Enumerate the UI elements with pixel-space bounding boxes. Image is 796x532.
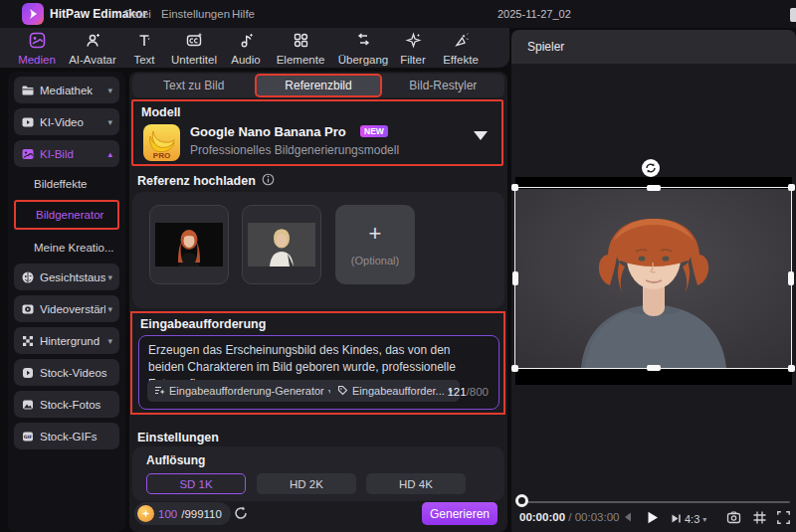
model-new-badge: NEW xyxy=(360,125,388,137)
model-banana-icon: PRO xyxy=(143,124,180,161)
image-icon xyxy=(21,147,35,161)
next-frame-icon xyxy=(671,510,682,528)
svg-text:GIF: GIF xyxy=(24,435,33,440)
prompt-section: Eingabeaufforderung Erzeugen das Erschei… xyxy=(130,311,505,415)
app-window: HitPaw Edimakor Datei Einstellungen Hilf… xyxy=(0,0,796,532)
player-panel: Spieler xyxy=(511,30,796,532)
credits-used: 100 xyxy=(158,508,177,520)
player-title: Spieler xyxy=(527,40,564,54)
generator-icon xyxy=(154,385,165,398)
handle-bottom-left[interactable] xyxy=(511,365,518,372)
title-bar: HitPaw Edimakor Datei Einstellungen Hilf… xyxy=(0,0,796,28)
handle-bottom[interactable] xyxy=(647,365,661,371)
handle-left[interactable] xyxy=(512,271,518,285)
reference-upload-card: + (Optional) xyxy=(132,192,504,308)
snapshot-camera-icon[interactable] xyxy=(726,510,741,529)
transition-icon xyxy=(355,32,372,49)
reference-header: Referenz hochladen xyxy=(137,172,275,190)
window-control-partial[interactable] xyxy=(790,8,796,22)
handle-top[interactable] xyxy=(647,185,661,191)
filter-icon xyxy=(405,32,422,49)
aspect-ratio-dropdown[interactable]: 4:3 ▾ xyxy=(671,510,706,528)
refresh-icon[interactable] xyxy=(233,505,249,525)
tag-icon xyxy=(337,385,348,398)
video-icon xyxy=(21,115,35,129)
tab-label: Elemente xyxy=(266,54,335,66)
sidebar-item-bildeffekte[interactable]: Bildeffekte xyxy=(14,172,119,196)
optional-label: (Optional) xyxy=(335,255,415,266)
folder-icon xyxy=(21,84,35,97)
sidebar: Mediathek ▾ KI-Video ▾ KI-Bild ▴ Bildeff… xyxy=(8,72,125,532)
sidebar-item-videoverstaerker[interactable]: Videoverstärk... ▾ xyxy=(14,295,119,322)
sidebar-item-stock-gifs[interactable]: GIF Stock-GIFs xyxy=(14,423,119,449)
previous-frame-icon[interactable] xyxy=(621,510,635,528)
tab-effekte[interactable]: Effekte xyxy=(426,32,496,66)
resolution-label: Auflösung xyxy=(146,453,205,467)
player-header: Spieler xyxy=(511,30,796,64)
tab-referenzbild[interactable]: Referenzbild xyxy=(255,74,381,97)
tab-bild-restyler[interactable]: Bild-Restyler xyxy=(382,74,504,97)
fullscreen-icon[interactable] xyxy=(776,510,791,529)
grid-icon[interactable] xyxy=(752,510,767,529)
audio-icon xyxy=(238,32,255,49)
media-icon xyxy=(29,32,46,49)
info-icon[interactable] xyxy=(262,172,275,190)
project-name: 2025-11-27_02 xyxy=(498,8,571,20)
settings-section-label: Einstellungen xyxy=(137,431,219,444)
current-time: 00:00:00 xyxy=(519,511,565,523)
chevron-up-icon: ▴ xyxy=(107,149,112,159)
model-section[interactable]: Modell PRO Google Nano Banana Pro NEW Pr… xyxy=(131,99,503,166)
captions-icon xyxy=(186,32,203,49)
sidebar-item-hintergrund[interactable]: Hintergrund ▾ xyxy=(14,327,119,354)
prompt-library-button[interactable]: Eingabeaufforder... ▾ xyxy=(330,380,460,402)
time-display: 00:00:00 / 00:03:00 xyxy=(519,511,619,523)
generate-button[interactable]: Generieren xyxy=(422,502,498,525)
menu-datei[interactable]: Datei xyxy=(124,8,151,20)
character-count: 121/800 xyxy=(447,386,489,398)
seek-handle[interactable] xyxy=(515,494,528,507)
ai-coin-icon xyxy=(137,505,154,522)
menu-hilfe[interactable]: Hilfe xyxy=(232,8,255,20)
chevron-down-icon: ▾ xyxy=(107,272,112,282)
stock-gifs-icon: GIF xyxy=(21,430,35,443)
add-reference-button[interactable]: + (Optional) xyxy=(335,205,415,284)
tab-text-zu-bild[interactable]: Text zu Bild xyxy=(132,74,255,97)
tab-label: Effekte xyxy=(426,54,496,66)
prompt-generator-button[interactable]: Eingabeaufforderung-Generator ▾ xyxy=(147,380,339,402)
sidebar-item-gesichtstausch[interactable]: Gesichtstausch ▾ xyxy=(14,264,119,290)
sidebar-item-ki-bild[interactable]: KI-Bild ▴ xyxy=(14,140,119,167)
chevron-down-icon: ▾ xyxy=(107,336,112,346)
resolution-sd1k-button[interactable]: SD 1K xyxy=(146,473,246,494)
chevron-down-icon: ▾ xyxy=(702,515,706,524)
sidebar-item-mediathek[interactable]: Mediathek ▾ xyxy=(14,77,119,103)
prompt-section-label: Eingabeaufforderung xyxy=(140,317,266,331)
menu-einstellungen[interactable]: Einstellungen xyxy=(161,8,230,20)
reference-thumbnail-1[interactable] xyxy=(149,205,229,284)
library-label: Eingabeaufforder... xyxy=(352,385,445,397)
play-icon[interactable] xyxy=(645,510,660,529)
model-section-label: Modell xyxy=(141,105,181,119)
image-generator-panel: Text zu Bild Referenzbild Bild-Restyler … xyxy=(129,72,507,532)
handle-right[interactable] xyxy=(788,271,794,285)
seek-bar[interactable] xyxy=(521,501,790,503)
sidebar-item-stock-videos[interactable]: Stock-Videos xyxy=(14,359,119,386)
handle-bottom-right[interactable] xyxy=(788,365,795,372)
tab-elemente[interactable]: Elemente xyxy=(266,32,335,66)
resolution-hd2k-button[interactable]: HD 2K xyxy=(257,473,356,494)
settings-card: Auflösung SD 1K HD 2K HD 4K xyxy=(132,446,504,501)
reference-thumbnail-2[interactable] xyxy=(242,205,321,284)
rotate-handle-icon[interactable] xyxy=(642,159,660,177)
sidebar-item-meine-kreationen[interactable]: Meine Kreatio... xyxy=(14,236,119,260)
sidebar-item-bildgenerator[interactable]: Bildgenerator xyxy=(14,200,119,230)
background-icon xyxy=(21,334,35,348)
sidebar-item-stock-fotos[interactable]: Stock-Fotos xyxy=(14,391,119,418)
handle-top-right[interactable] xyxy=(788,184,795,191)
sidebar-item-ki-video[interactable]: KI-Video ▾ xyxy=(14,108,119,135)
chevron-down-icon[interactable] xyxy=(474,131,488,140)
resolution-hd4k-button[interactable]: HD 4K xyxy=(366,473,466,494)
selection-bounding-box[interactable] xyxy=(514,187,792,369)
prompt-textarea[interactable]: Erzeugen das Erscheinungsbild des Kindes… xyxy=(138,335,499,410)
model-description: Professionelles Bildgenerierungsmodell xyxy=(190,143,399,157)
model-pro-badge: PRO xyxy=(143,151,180,160)
handle-top-left[interactable] xyxy=(511,184,518,191)
